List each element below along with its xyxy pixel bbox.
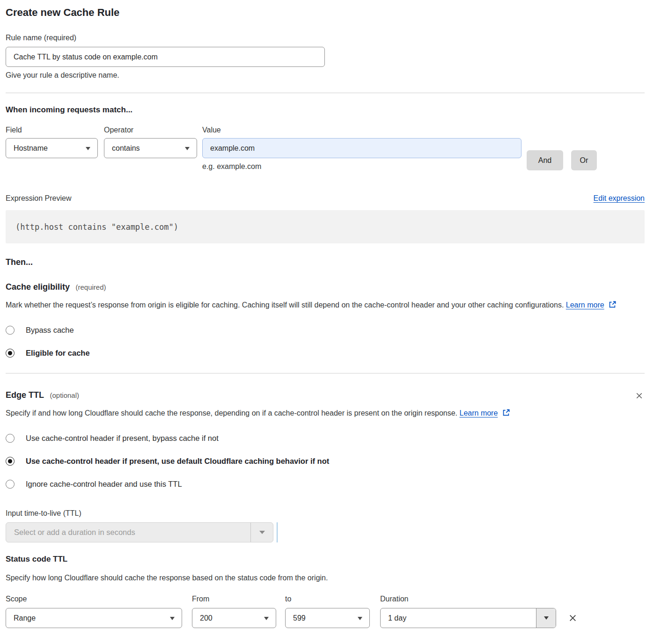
to-label: to	[285, 595, 370, 603]
edge-ttl-learn-more-link[interactable]: Learn more	[460, 409, 498, 417]
operator-select[interactable]: contains	[104, 138, 197, 158]
caret-down-icon	[185, 147, 190, 150]
radio-use-header-default-if-not[interactable]: Use cache-control header if present, use…	[6, 457, 645, 466]
then-heading: Then...	[6, 257, 645, 267]
ttl-duration-dropdown-button[interactable]	[250, 523, 273, 542]
to-select[interactable]: 599	[285, 608, 370, 628]
cache-eligibility-learn-more-link[interactable]: Learn more	[566, 301, 604, 309]
radio-label: Bypass cache	[26, 326, 74, 335]
section-divider	[6, 373, 645, 373]
caret-down-icon	[264, 617, 269, 620]
external-link-icon	[502, 409, 510, 417]
field-select-value: Hostname	[14, 144, 48, 153]
operator-select-value: contains	[112, 144, 140, 153]
close-icon	[635, 391, 644, 400]
to-select-value: 599	[293, 614, 306, 622]
external-link-icon	[609, 300, 617, 308]
create-cache-rule-page: Create new Cache Rule Rule name (require…	[0, 0, 661, 633]
expression-preview-label: Expression Preview	[6, 194, 72, 203]
status-code-ttl-description: Specify how long Cloudflare should cache…	[6, 571, 645, 585]
ttl-duration-placeholder: Select or add a duration in seconds	[6, 528, 250, 537]
value-input[interactable]	[202, 138, 521, 158]
duration-label: Duration	[380, 595, 408, 603]
radio-label: Use cache-control header if present, byp…	[26, 434, 219, 443]
scope-select[interactable]: Range	[6, 608, 182, 628]
from-select-value: 200	[200, 614, 213, 622]
expression-code: (http.host contains "example.com")	[15, 222, 178, 232]
radio-icon	[6, 349, 15, 358]
edge-ttl-description-text: Specify if and how long Cloudflare shoul…	[6, 409, 457, 417]
duration-select-value: 1 day	[381, 614, 536, 622]
radio-eligible-for-cache[interactable]: Eligible for cache	[6, 349, 645, 358]
duration-dropdown-button[interactable]	[536, 608, 556, 628]
or-button[interactable]: Or	[571, 150, 597, 170]
rule-name-input[interactable]	[6, 47, 325, 67]
edge-ttl-heading: Edge TTL	[6, 390, 44, 400]
close-icon	[568, 613, 578, 623]
expression-code-block: (http.host contains "example.com")	[6, 210, 645, 243]
caret-down-icon	[259, 531, 265, 534]
radio-label: Ignore cache-control header and use this…	[26, 480, 182, 489]
radio-bypass-cache[interactable]: Bypass cache	[6, 326, 645, 335]
cache-eligibility-description: Mark whether the request’s response from…	[6, 299, 633, 312]
rule-name-label: Rule name (required)	[6, 34, 645, 42]
ttl-select-focus-indicator	[277, 522, 278, 542]
cache-eligibility-description-text: Mark whether the request’s response from…	[6, 301, 564, 309]
radio-label: Use cache-control header if present, use…	[26, 457, 329, 466]
value-label: Value	[202, 126, 221, 134]
radio-use-header-bypass-if-not[interactable]: Use cache-control header if present, byp…	[6, 434, 645, 443]
ttl-duration-select[interactable]: Select or add a duration in seconds	[6, 522, 273, 542]
scope-select-value: Range	[14, 614, 36, 622]
edit-expression-link[interactable]: Edit expression	[594, 194, 645, 203]
caret-down-icon	[358, 617, 362, 620]
cache-eligibility-heading: Cache eligibility	[6, 282, 70, 292]
radio-icon	[6, 480, 15, 489]
radio-icon	[6, 326, 15, 335]
radio-icon	[6, 434, 15, 443]
status-code-ttl-heading: Status code TTL	[6, 555, 645, 564]
field-select[interactable]: Hostname	[6, 138, 98, 158]
duration-select[interactable]: 1 day	[380, 608, 556, 628]
edge-ttl-description: Specify if and how long Cloudflare shoul…	[6, 407, 525, 420]
edge-ttl-close-button[interactable]	[634, 390, 645, 401]
section-divider	[6, 93, 645, 93]
scope-label: Scope	[6, 595, 182, 603]
radio-icon	[6, 457, 15, 466]
cache-eligibility-required-badge: (required)	[76, 283, 106, 291]
from-label: From	[192, 595, 276, 603]
match-heading: When incoming requests match...	[6, 105, 645, 115]
rule-name-help: Give your rule a descriptive name.	[6, 71, 645, 80]
caret-down-icon	[86, 147, 90, 150]
edge-ttl-optional-badge: (optional)	[50, 391, 79, 399]
ttl-input-label: Input time-to-live (TTL)	[6, 509, 645, 518]
radio-ignore-header-use-ttl[interactable]: Ignore cache-control header and use this…	[6, 480, 645, 489]
radio-label: Eligible for cache	[26, 349, 90, 358]
page-title: Create new Cache Rule	[6, 7, 645, 19]
operator-label: Operator	[104, 126, 202, 134]
and-button[interactable]: And	[527, 150, 563, 170]
caret-down-icon	[544, 616, 549, 620]
caret-down-icon	[170, 617, 175, 620]
from-select[interactable]: 200	[192, 608, 276, 628]
remove-status-code-ttl-button[interactable]	[567, 612, 579, 624]
field-label: Field	[6, 126, 104, 134]
value-help: e.g. example.com	[202, 162, 521, 171]
